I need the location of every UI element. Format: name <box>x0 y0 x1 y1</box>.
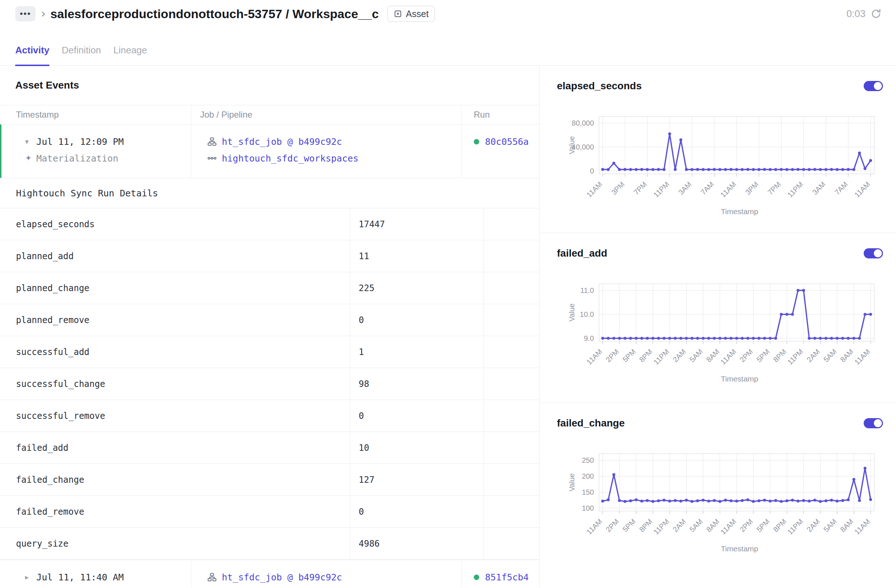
detail-value: 98 <box>350 368 484 400</box>
line-chart: 040,00080,00011AM3PM7PM11PM3AM7AM11AM3PM… <box>561 111 883 207</box>
pipeline-icon <box>207 154 217 163</box>
detail-value: 0 <box>350 496 484 527</box>
svg-text:11.0: 11.0 <box>581 286 594 294</box>
x-axis-label: Timestamp <box>602 207 877 216</box>
svg-text:8AM: 8AM <box>839 347 855 364</box>
svg-text:7AM: 7AM <box>833 180 850 197</box>
svg-text:11AM: 11AM <box>585 347 603 366</box>
chart-card-elapsed-seconds: elapsed_seconds 040,00080,00011AM3PM7PM1… <box>539 66 896 233</box>
detail-value: 225 <box>350 272 484 304</box>
svg-text:11AM: 11AM <box>853 517 871 536</box>
chart-toggle[interactable] <box>864 418 883 428</box>
app-window: ••• › salesforceproductiondonottouch-537… <box>0 0 896 588</box>
detail-key: planned_add <box>0 240 350 272</box>
detail-key: failed_remove <box>0 496 350 527</box>
chart-title: failed_change <box>557 417 625 429</box>
detail-key: query_size <box>0 528 350 559</box>
svg-text:7PM: 7PM <box>632 180 648 197</box>
chart-title: elapsed_seconds <box>557 80 642 92</box>
overflow-dots-icon: ••• <box>20 9 31 19</box>
job-link[interactable]: ht_sfdc_job @ b499c92c <box>222 572 342 583</box>
run-id-link[interactable]: 851f5cb4 <box>485 572 529 583</box>
svg-text:5AM: 5AM <box>688 347 704 364</box>
tab-lineage[interactable]: Lineage <box>113 45 147 66</box>
detail-key: elapsed_seconds <box>0 208 350 240</box>
refresh-timer: 0:03 <box>846 8 866 20</box>
svg-text:8PM: 8PM <box>638 517 654 533</box>
event-timestamp: Jul 11, 11:40 AM <box>36 572 124 583</box>
asset-events-title: Asset Events <box>15 79 79 91</box>
chart-card-failed-add: failed_add 9.010.011.011AM2PM5PM8PM11PM2… <box>539 233 896 403</box>
active-row-accent <box>0 125 2 178</box>
svg-text:11AM: 11AM <box>719 180 738 198</box>
line-chart: 9.010.011.011AM2PM5PM8PM11PM2AM5AM8AM11A… <box>561 278 883 375</box>
svg-text:2PM: 2PM <box>738 517 754 533</box>
expand-caret-icon[interactable]: ▸ <box>25 573 36 582</box>
detail-value: 0 <box>350 400 484 431</box>
svg-text:5AM: 5AM <box>822 517 838 533</box>
asset-icon <box>393 9 402 18</box>
detail-key: planned_change <box>0 272 350 304</box>
detail-row: planned_change 225 <box>0 272 539 304</box>
svg-text:11AM: 11AM <box>585 517 603 536</box>
detail-row: successful_add 1 <box>0 336 539 368</box>
svg-text:2AM: 2AM <box>805 347 821 364</box>
asset-events-header: Asset Events <box>0 66 539 105</box>
svg-text:8PM: 8PM <box>772 517 788 533</box>
collapse-caret-icon[interactable]: ▾ <box>25 137 36 146</box>
detail-value: 0 <box>350 304 484 336</box>
chart-card-failed-change: failed_change 10015020025011AM2PM5PM8PM1… <box>539 403 896 588</box>
toggle-knob <box>874 249 882 257</box>
svg-text:11PM: 11PM <box>652 347 670 366</box>
svg-text:11AM: 11AM <box>853 347 871 366</box>
column-header-timestamp: Timestamp <box>0 105 191 124</box>
svg-text:2PM: 2PM <box>604 517 620 533</box>
svg-text:2AM: 2AM <box>805 517 821 533</box>
svg-text:11AM: 11AM <box>719 517 738 536</box>
detail-row: failed_remove 0 <box>0 496 539 528</box>
detail-row: successful_change 98 <box>0 368 539 400</box>
job-link[interactable]: ht_sfdc_job @ b499c92c <box>222 137 342 147</box>
tab-activity[interactable]: Activity <box>15 45 49 66</box>
event-row[interactable]: ▸ Jul 11, 11:40 AM ✦ Materialization ht_… <box>0 560 539 588</box>
svg-text:11AM: 11AM <box>719 347 738 366</box>
detail-key: successful_add <box>0 336 350 368</box>
chart-toggle[interactable] <box>864 81 883 91</box>
svg-text:2AM: 2AM <box>671 517 687 533</box>
svg-text:250: 250 <box>582 456 594 464</box>
asset-badge-label: Asset <box>406 9 429 19</box>
detail-value: 17447 <box>350 208 484 240</box>
chart-toggle[interactable] <box>864 248 883 259</box>
chart-title: failed_add <box>557 248 607 259</box>
svg-text:2PM: 2PM <box>738 347 754 364</box>
detail-row: failed_add 10 <box>0 432 539 464</box>
svg-text:11AM: 11AM <box>853 180 871 198</box>
run-id-link[interactable]: 80c0556a <box>485 137 529 147</box>
detail-value: 127 <box>350 464 484 495</box>
detail-row: planned_add 11 <box>0 240 539 272</box>
tab-definition[interactable]: Definition <box>62 45 101 66</box>
asset-type-badge: Asset <box>387 6 435 22</box>
detail-key: failed_change <box>0 464 350 495</box>
events-table-header: Timestamp Job / Pipeline Run <box>0 105 539 125</box>
svg-text:3AM: 3AM <box>677 180 693 197</box>
overflow-menu-button[interactable]: ••• <box>15 6 36 21</box>
detail-value: 10 <box>350 432 484 463</box>
svg-text:150: 150 <box>582 488 594 496</box>
refresh-icon[interactable] <box>870 8 881 19</box>
x-axis-label: Timestamp <box>602 544 877 553</box>
pipeline-link[interactable]: hightouch_sfdc_workspaces <box>222 153 358 164</box>
toggle-knob <box>874 419 882 427</box>
svg-text:5AM: 5AM <box>822 347 838 364</box>
svg-text:Value: Value <box>568 473 576 492</box>
svg-text:10.0: 10.0 <box>580 310 594 318</box>
detail-row: elapsed_seconds 17447 <box>0 208 539 240</box>
detail-key: successful_remove <box>0 400 350 431</box>
svg-text:Value: Value <box>568 136 576 154</box>
svg-text:11PM: 11PM <box>652 180 670 198</box>
svg-text:5AM: 5AM <box>688 517 704 533</box>
svg-text:11PM: 11PM <box>786 517 805 536</box>
svg-text:11PM: 11PM <box>652 517 670 536</box>
svg-text:7AM: 7AM <box>699 180 716 197</box>
event-row[interactable]: ▾ Jul 11, 12:09 PM ✦ Materialization ht_… <box>0 125 539 178</box>
